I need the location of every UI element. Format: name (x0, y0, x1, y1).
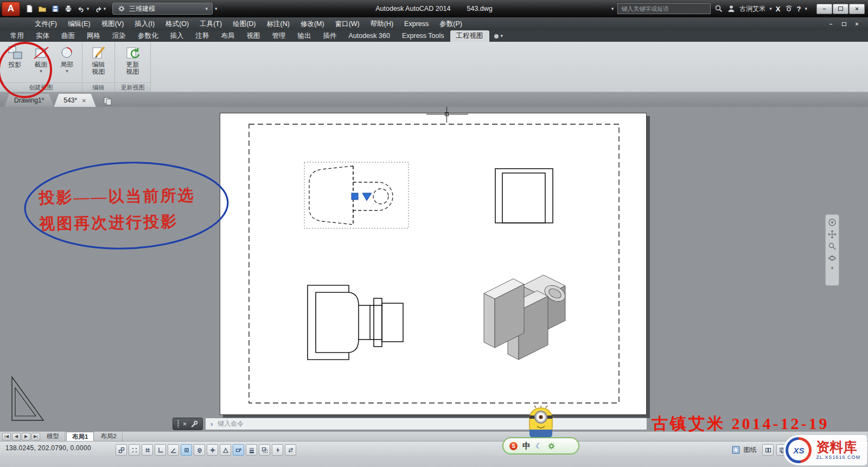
drawing-tabs-menu-button[interactable] (100, 94, 116, 107)
view-top-selected[interactable] (304, 162, 409, 228)
undo-button[interactable]: ▾ (75, 3, 91, 15)
menu-modify[interactable]: 修改(M) (295, 17, 330, 30)
help-menu-icon[interactable]: ▾ (805, 7, 807, 11)
last-layout-arrow[interactable]: ▶| (31, 433, 40, 440)
prev-layout-arrow[interactable]: ◀ (12, 433, 21, 440)
search-icon[interactable] (714, 4, 723, 13)
menu-draw[interactable]: 绘图(D) (227, 17, 261, 30)
dynamic-ucs-toggle[interactable] (220, 444, 231, 456)
save-button[interactable] (49, 3, 61, 15)
menu-express[interactable]: Express (399, 17, 434, 30)
infocenter-search-input[interactable] (617, 3, 711, 14)
infer-constraints-toggle[interactable] (116, 444, 127, 456)
redo-button[interactable]: ▾ (92, 3, 108, 15)
menu-parametric[interactable]: 参数(P) (434, 17, 468, 30)
navbar-more-icon[interactable]: ▾ (831, 266, 834, 271)
doc-restore-button[interactable] (838, 20, 850, 28)
steering-wheel-icon[interactable] (828, 218, 837, 227)
menu-tools[interactable]: 工具(T) (194, 17, 227, 30)
drag-grip-icon[interactable] (177, 420, 179, 427)
ime-settings-gear-icon[interactable] (547, 442, 556, 450)
dynamic-input-toggle[interactable] (233, 444, 244, 456)
sign-in-person-icon[interactable] (727, 4, 736, 13)
panel-title-create-view[interactable]: 创建视图 (0, 82, 82, 92)
ribbon-tab-layout[interactable]: 布局 (215, 30, 241, 42)
update-view-button[interactable]: 更新视图 (120, 43, 145, 75)
ribbon-tab-engineering-views[interactable]: 工程视图 (450, 30, 489, 42)
ribbon-tab-autodesk360[interactable]: Autodesk 360 (343, 30, 396, 42)
selection-cycling-toggle[interactable] (285, 444, 296, 456)
ribbon-tab-manage[interactable]: 管理 (266, 30, 292, 42)
view-isometric[interactable] (484, 275, 568, 360)
account-menu-icon[interactable]: ▾ (769, 7, 772, 11)
file-tab-drawing1[interactable]: Drawing1* (4, 94, 54, 107)
ribbon-tab-parametric[interactable]: 参数化 (132, 30, 164, 42)
menu-view[interactable]: 视图(V) (96, 17, 130, 30)
zoom-icon[interactable] (828, 242, 837, 251)
ime-language-toggle[interactable]: 中 (522, 441, 531, 451)
edit-view-button[interactable]: 编辑视图 (86, 43, 111, 75)
ribbon-display-options[interactable]: ▾ (494, 30, 503, 42)
menu-help[interactable]: 帮助(H) (365, 17, 399, 30)
close-tab-icon[interactable]: × (82, 97, 86, 104)
menu-format[interactable]: 格式(O) (160, 17, 194, 30)
lineweight-toggle[interactable] (246, 444, 257, 456)
help-icon[interactable]: ? (797, 5, 801, 13)
ribbon-tab-solid[interactable]: 实体 (30, 30, 55, 42)
new-file-button[interactable] (23, 3, 35, 15)
application-menu-button[interactable]: A (2, 2, 20, 16)
maximize-button[interactable] (833, 4, 848, 14)
next-layout-arrow[interactable]: ▶ (22, 433, 30, 440)
command-input[interactable]: › 键入命令 (205, 418, 647, 430)
minimize-button[interactable]: – (816, 4, 832, 14)
paper-space-label[interactable]: 图纸 (743, 445, 756, 455)
layout-tab-layout2[interactable]: 布局2 (95, 432, 122, 441)
communication-center-icon[interactable] (784, 4, 793, 13)
wrench-icon[interactable] (190, 420, 198, 428)
plot-button[interactable] (62, 3, 74, 15)
polar-tracking-toggle[interactable] (168, 444, 179, 456)
menu-edit[interactable]: 编辑(E) (62, 17, 96, 30)
ribbon-tab-plugins[interactable]: 插件 (317, 30, 343, 42)
ribbon-tab-express-tools[interactable]: Express Tools (396, 30, 450, 42)
grid-toggle[interactable] (142, 444, 153, 456)
ribbon-tab-output[interactable]: 输出 (292, 30, 317, 42)
grip-square[interactable] (352, 193, 358, 200)
transparency-toggle[interactable] (259, 444, 270, 456)
ribbon-tab-render[interactable]: 渲染 (106, 30, 132, 42)
projection-button[interactable]: 投影 (3, 43, 27, 68)
workspace-switcher[interactable]: 三维建模 ▾ (112, 3, 213, 15)
ribbon-tab-home[interactable]: 常用 (4, 30, 30, 42)
view-side[interactable] (495, 169, 553, 223)
open-file-button[interactable] (36, 3, 48, 15)
orbit-icon[interactable] (828, 254, 837, 263)
osnap-toggle[interactable] (181, 444, 192, 456)
close-command-line-icon[interactable]: × (183, 421, 187, 427)
account-name[interactable]: 古涧艾米 (739, 4, 765, 14)
first-layout-arrow[interactable]: |◀ (2, 433, 11, 440)
qat-customize-icon[interactable]: ▾ (215, 7, 218, 11)
quick-view-layouts-button[interactable] (762, 444, 774, 456)
panel-title-update-view[interactable]: 更新视图 (115, 82, 150, 92)
menu-dimension[interactable]: 标注(N) (261, 17, 295, 30)
snap-toggle[interactable] (129, 444, 140, 456)
close-button[interactable]: × (849, 4, 865, 14)
doc-close-button[interactable]: × (851, 20, 863, 28)
detail-button[interactable]: 局部 ▾ (55, 43, 79, 74)
menu-file[interactable]: 文件(F) (29, 17, 62, 30)
file-tab-543[interactable]: 543* × (54, 94, 95, 107)
search-history-icon[interactable]: ▾ (611, 7, 614, 11)
menu-insert[interactable]: 插入(I) (129, 17, 160, 30)
otrack-toggle[interactable] (207, 444, 218, 456)
drawing-canvas[interactable]: ▾ (0, 107, 868, 431)
exchange-apps-icon[interactable]: X (776, 5, 781, 13)
coordinates-readout[interactable]: 138.0245, 202.0790, 0.0000 (0, 444, 111, 452)
layout-tab-model[interactable]: 模型 (41, 432, 65, 441)
paper-space-icon[interactable] (731, 445, 741, 455)
moon-icon[interactable]: ☾ (535, 442, 542, 450)
ime-logo-icon[interactable]: S (509, 442, 518, 450)
ribbon-tab-view[interactable]: 视图 (241, 30, 266, 42)
ribbon-tab-annotate[interactable]: 注释 (190, 30, 215, 42)
ribbon-tab-surface[interactable]: 曲面 (55, 30, 81, 42)
panel-title-edit[interactable]: 编辑 (82, 82, 114, 92)
